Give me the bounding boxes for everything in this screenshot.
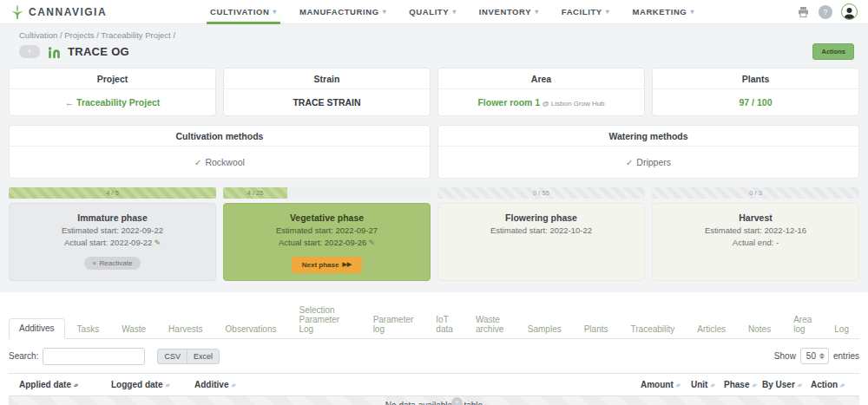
tab-observations[interactable]: Observations — [215, 319, 287, 339]
breadcrumb[interactable]: Cultivation / Projects / Traceability Pr… — [9, 30, 859, 40]
tab-harvests[interactable]: Harvests — [158, 319, 213, 339]
phase-progress-bar: 4 / 5 — [9, 187, 216, 199]
phase-reactivate-button[interactable]: «Reactivate — [84, 257, 141, 270]
sort-icon: ▴▾ — [840, 382, 844, 388]
column-header-amount[interactable]: Amount▴▾ — [641, 380, 691, 389]
detail-tabbar: AdditivesTasksWasteHarvestsObservationsS… — [9, 300, 859, 339]
chevron-down-icon: ▾ — [535, 8, 539, 16]
edit-pencil-icon[interactable]: ✎ — [154, 238, 161, 247]
menu-item-label: MARKETING — [632, 7, 687, 16]
phase-card-harvest: HarvestEstimated start: 2022-12-16Actual… — [652, 203, 859, 281]
info-card-value[interactable]: Flower room 1 — [477, 97, 540, 108]
phase-column-4: 0 / 3HarvestEstimated start: 2022-12-16A… — [652, 187, 859, 281]
export-csv-button[interactable]: CSV — [157, 349, 187, 364]
export-buttons: CSVExcel — [157, 349, 220, 364]
phase-progress-label: 0 / 55 — [437, 187, 645, 199]
tab-area-log[interactable]: Area log — [783, 310, 822, 339]
column-header-label: Logged date — [111, 380, 162, 389]
print-icon[interactable] — [796, 5, 810, 19]
column-header-phase[interactable]: Phase▴▾ — [724, 380, 762, 389]
tab-waste[interactable]: Waste — [111, 319, 156, 339]
sort-icon: ▴▾ — [165, 382, 168, 388]
tab-tasks[interactable]: Tasks — [67, 319, 110, 339]
search-input[interactable] — [43, 348, 145, 365]
column-header-additive[interactable]: Additive▴▾ — [194, 380, 641, 389]
brand-logo[interactable]: CANNAVIGIA — [10, 4, 210, 20]
main-menu: CULTIVATION▾MANUFACTURING▾QUALITY▾INVENT… — [210, 0, 796, 24]
entries-label: entries — [833, 351, 859, 361]
menu-item-label: FACILITY — [562, 7, 602, 16]
phase-progress-bar: 0 / 55 — [437, 187, 645, 199]
tab-waste-archive[interactable]: Waste archive — [465, 310, 516, 339]
check-icon: ✓ — [626, 158, 633, 167]
tab-log[interactable]: Log — [824, 319, 859, 339]
column-header-unit[interactable]: Unit▴▾ — [691, 380, 724, 389]
phase-next-phase-button[interactable]: Next phase▶▶ — [292, 257, 362, 273]
column-header-applied-date[interactable]: Applied date▴▾ — [19, 380, 111, 389]
page-size-select[interactable]: 50 — [800, 348, 829, 364]
detail-panel: AdditivesTasksWasteHarvestsObservationsS… — [0, 292, 868, 405]
tab-parameter-log[interactable]: Parameter log — [363, 310, 424, 339]
menu-item-inventory[interactable]: INVENTORY▾ — [479, 0, 539, 24]
chevron-down-icon: ▾ — [606, 8, 610, 16]
phase-card-vegetative-phase: Vegetative phaseEstimated start: 2022-09… — [223, 203, 431, 281]
tab-articles[interactable]: Articles — [687, 319, 736, 339]
tab-selection-parameter-log[interactable]: Selection Parameter Log — [288, 300, 360, 339]
export-excel-button[interactable]: Excel — [187, 349, 220, 364]
phase-date-text: Estimated start: 2022-09-22 — [62, 225, 163, 235]
menu-item-label: CULTIVATION — [210, 7, 269, 16]
edit-pencil-icon[interactable]: ✎ — [368, 238, 375, 247]
tab-notes[interactable]: Notes — [738, 319, 781, 339]
fast-forward-icon: ▶▶ — [342, 261, 352, 268]
table-empty-message: No data available in table — [9, 396, 859, 405]
phase-progress-bar: 4 / 25 — [223, 187, 431, 199]
menu-item-marketing[interactable]: MARKETING▾ — [632, 0, 694, 24]
project-summary-section: Cultivation / Projects / Traceability Pr… — [0, 24, 868, 292]
info-card-plants: Plants97 / 100 — [652, 68, 859, 116]
column-header-logged-date[interactable]: Logged date▴▾ — [111, 380, 194, 389]
tab-plants[interactable]: Plants — [574, 319, 619, 339]
info-card-suffix: @ Lisbon Grow Hub — [540, 100, 604, 108]
phase-date-line: Estimated start: 2022-09-27 — [229, 225, 424, 237]
help-icon[interactable]: ? — [819, 5, 832, 19]
menu-item-facility[interactable]: FACILITY▾ — [562, 0, 610, 24]
select-updown-icon — [819, 353, 825, 359]
info-card-title: Project — [10, 69, 215, 89]
chevron-down-icon: ▾ — [383, 8, 387, 16]
chevron-down-icon: ▾ — [273, 8, 277, 16]
tab-additives[interactable]: Additives — [9, 318, 65, 339]
phase-button-label: Reactivate — [100, 259, 133, 267]
info-card-value[interactable]: 97 / 100 — [740, 97, 773, 108]
menu-item-cultivation[interactable]: CULTIVATION▾ — [210, 0, 277, 24]
info-card-body: Flower room 1 @ Lisbon Grow Hub — [438, 89, 644, 115]
column-header-action[interactable]: Action▴▾ — [811, 380, 849, 389]
person-silhouette-icon — [843, 6, 856, 19]
phase-date-text: Estimated start: 2022-09-27 — [276, 225, 378, 235]
floating-widget-icon[interactable]: + — [451, 397, 463, 405]
menu-item-manufacturing[interactable]: MANUFACTURING▾ — [299, 0, 386, 24]
table-controls: Search: CSVExcel Show 50 entries — [9, 348, 859, 365]
tab-samples[interactable]: Samples — [517, 319, 572, 339]
back-button[interactable]: ‹ — [19, 45, 40, 58]
info-cards-row: Project← Traceability ProjectStrainTRACE… — [9, 68, 859, 116]
column-header-label: Action — [811, 380, 838, 389]
phase-name: Immature phase — [15, 212, 210, 223]
menu-item-label: MANUFACTURING — [299, 7, 379, 16]
actions-button[interactable]: Actions — [812, 43, 854, 60]
column-header-by-user[interactable]: By User▴▾ — [762, 380, 811, 389]
method-card-body: ✓Drippers — [438, 147, 858, 178]
phase-progress-label: 4 / 25 — [223, 187, 287, 199]
phase-date-line: Estimated start: 2022-10-22 — [444, 225, 639, 237]
tab-traceability[interactable]: Traceability — [621, 319, 686, 339]
tab-iot-data[interactable]: IoT data — [425, 310, 464, 339]
method-card-watering: Watering methods✓Drippers — [437, 125, 859, 179]
search-label: Search: — [9, 351, 38, 361]
navbar-right: ? — [796, 3, 858, 20]
info-card-area: AreaFlower room 1 @ Lisbon Grow Hub — [437, 68, 645, 116]
user-avatar[interactable] — [841, 3, 858, 20]
menu-item-quality[interactable]: QUALITY▾ — [409, 0, 457, 24]
method-cards-row: Cultivation methods✓RockwoolWatering met… — [9, 125, 859, 179]
column-header-label: Phase — [724, 380, 749, 389]
top-navbar: CANNAVIGIA CULTIVATION▾MANUFACTURING▾QUA… — [0, 0, 868, 24]
info-card-value[interactable]: ← Traceability Project — [65, 97, 161, 108]
